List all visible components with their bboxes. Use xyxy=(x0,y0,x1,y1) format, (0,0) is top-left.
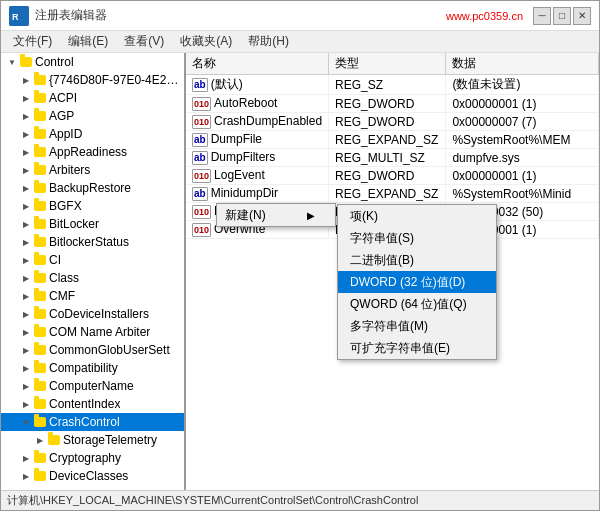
folder-icon-agp xyxy=(33,109,47,123)
folder-icon-deviceclasses xyxy=(33,469,47,483)
tree-toggle-codeviceinstallers[interactable]: ▶ xyxy=(19,307,33,321)
tree-toggle-deviceclasses[interactable]: ▶ xyxy=(19,469,33,483)
tree-toggle-crashcontrol[interactable]: ▼ xyxy=(19,415,33,429)
tree-toggle-bitlocker[interactable]: ▶ xyxy=(19,217,33,231)
window-controls: ─ □ ✕ xyxy=(533,7,591,25)
tree-toggle-contentindex[interactable]: ▶ xyxy=(19,397,33,411)
tree-item-crashcontrol[interactable]: ▼CrashControl xyxy=(1,413,184,431)
tree-toggle-cmf[interactable]: ▶ xyxy=(19,289,33,303)
col-data[interactable]: 数据 xyxy=(446,53,599,75)
submenu-item-expandstring[interactable]: 可扩充字符串值(E) xyxy=(338,337,496,359)
tree-toggle-appid[interactable]: ▶ xyxy=(19,127,33,141)
maximize-button[interactable]: □ xyxy=(553,7,571,25)
folder-icon-arbiters xyxy=(33,163,47,177)
tree-item-appid[interactable]: ▶AppID xyxy=(1,125,184,143)
tree-item-contentindex[interactable]: ▶ContentIndex xyxy=(1,395,184,413)
new-submenu-parent: 新建(N) ▶ 项(K)字符串值(S)二进制值(B)DWORD (32 位)值(… xyxy=(216,203,336,227)
cell-name-0: ab(默认) xyxy=(186,75,329,95)
table-row[interactable]: 010CrashDumpEnabledREG_DWORD0x00000007 (… xyxy=(186,113,599,131)
table-row[interactable]: 010AutoRebootREG_DWORD0x00000001 (1) xyxy=(186,95,599,113)
tree-item-bitlockerstatus[interactable]: ▶BitlockerStatus xyxy=(1,233,184,251)
folder-icon-storagetelemetry xyxy=(47,433,61,447)
submenu-item-key[interactable]: 项(K) xyxy=(338,205,496,227)
main-area: ▼Control▶{7746D80F-97E0-4E26-...▶ACPI▶AG… xyxy=(1,53,599,490)
tree-label-contentindex: ContentIndex xyxy=(49,397,120,411)
menu-view[interactable]: 查看(V) xyxy=(116,31,172,52)
tree-toggle-appreadiness[interactable]: ▶ xyxy=(19,145,33,159)
close-button[interactable]: ✕ xyxy=(573,7,591,25)
tree-toggle-comnamearbiter[interactable]: ▶ xyxy=(19,325,33,339)
menu-bar: 文件(F) 编辑(E) 查看(V) 收藏夹(A) 帮助(H) xyxy=(1,31,599,53)
table-row[interactable]: ab(默认)REG_SZ(数值未设置) xyxy=(186,75,599,95)
tree-item-compatibility[interactable]: ▶Compatibility xyxy=(1,359,184,377)
tree-item-comnamearbiter[interactable]: ▶COM Name Arbiter xyxy=(1,323,184,341)
tree-toggle-ci[interactable]: ▶ xyxy=(19,253,33,267)
tree-label-backuprestore: BackupRestore xyxy=(49,181,131,195)
tree-item-codeviceinstallers[interactable]: ▶CoDeviceInstallers xyxy=(1,305,184,323)
tree-item-deviceclasses[interactable]: ▶DeviceClasses xyxy=(1,467,184,485)
tree-toggle-computername[interactable]: ▶ xyxy=(19,379,33,393)
dword-icon: 010 xyxy=(192,115,211,129)
tree-item-control[interactable]: ▼Control xyxy=(1,53,184,71)
folder-icon-bitlockerstatus xyxy=(33,235,47,249)
menu-file[interactable]: 文件(F) xyxy=(5,31,60,52)
ab-icon: ab xyxy=(192,78,208,92)
tree-toggle-commonglobusersett[interactable]: ▶ xyxy=(19,343,33,357)
tree-toggle-control[interactable]: ▼ xyxy=(5,55,19,69)
tree-item-guid[interactable]: ▶{7746D80F-97E0-4E26-... xyxy=(1,71,184,89)
new-menu-arrow: ▶ xyxy=(307,210,315,221)
tree-item-agp[interactable]: ▶AGP xyxy=(1,107,184,125)
tree-item-ci[interactable]: ▶CI xyxy=(1,251,184,269)
submenu-item-string[interactable]: 字符串值(S) xyxy=(338,227,496,249)
reg-name-text: AutoReboot xyxy=(214,96,277,110)
tree-item-commonglobusersett[interactable]: ▶CommonGlobUserSett xyxy=(1,341,184,359)
minimize-button[interactable]: ─ xyxy=(533,7,551,25)
tree-toggle-acpi[interactable]: ▶ xyxy=(19,91,33,105)
table-row[interactable]: abMinidumpDirREG_EXPAND_SZ%SystemRoot%\M… xyxy=(186,185,599,203)
tree-item-computername[interactable]: ▶ComputerName xyxy=(1,377,184,395)
tree-item-acpi[interactable]: ▶ACPI xyxy=(1,89,184,107)
tree-item-cmf[interactable]: ▶CMF xyxy=(1,287,184,305)
tree-item-backuprestore[interactable]: ▶BackupRestore xyxy=(1,179,184,197)
menu-help[interactable]: 帮助(H) xyxy=(240,31,297,52)
tree-toggle-compatibility[interactable]: ▶ xyxy=(19,361,33,375)
table-row[interactable]: abDumpFiltersREG_MULTI_SZdumpfve.sys xyxy=(186,149,599,167)
submenu-item-qword64[interactable]: QWORD (64 位)值(Q) xyxy=(338,293,496,315)
registry-tree[interactable]: ▼Control▶{7746D80F-97E0-4E26-...▶ACPI▶AG… xyxy=(1,53,186,490)
menu-edit[interactable]: 编辑(E) xyxy=(60,31,116,52)
reg-name-text: CrashDumpEnabled xyxy=(214,114,322,128)
tree-item-cryptography[interactable]: ▶Cryptography xyxy=(1,449,184,467)
tree-toggle-class[interactable]: ▶ xyxy=(19,271,33,285)
tree-item-bitlocker[interactable]: ▶BitLocker xyxy=(1,215,184,233)
folder-icon-acpi xyxy=(33,91,47,105)
tree-item-class[interactable]: ▶Class xyxy=(1,269,184,287)
tree-item-arbiters[interactable]: ▶Arbiters xyxy=(1,161,184,179)
reg-name-text: MinidumpDir xyxy=(211,186,278,200)
tree-toggle-cryptography[interactable]: ▶ xyxy=(19,451,33,465)
col-type[interactable]: 类型 xyxy=(329,53,446,75)
menu-favorites[interactable]: 收藏夹(A) xyxy=(172,31,240,52)
new-menu-item[interactable]: 新建(N) ▶ 项(K)字符串值(S)二进制值(B)DWORD (32 位)值(… xyxy=(217,204,335,226)
tree-label-ci: CI xyxy=(49,253,61,267)
watermark: www.pc0359.cn xyxy=(446,10,523,22)
tree-toggle-storagetelemetry[interactable]: ▶ xyxy=(33,433,47,447)
tree-item-bgfx[interactable]: ▶BGFX xyxy=(1,197,184,215)
cell-data-3: %SystemRoot%\MEM xyxy=(446,131,599,149)
cell-type-1: REG_DWORD xyxy=(329,95,446,113)
cell-type-3: REG_EXPAND_SZ xyxy=(329,131,446,149)
tree-item-storagetelemetry[interactable]: ▶StorageTelemetry xyxy=(1,431,184,449)
tree-toggle-bgfx[interactable]: ▶ xyxy=(19,199,33,213)
tree-toggle-bitlockerstatus[interactable]: ▶ xyxy=(19,235,33,249)
table-row[interactable]: 010LogEventREG_DWORD0x00000001 (1) xyxy=(186,167,599,185)
tree-toggle-guid[interactable]: ▶ xyxy=(19,73,33,87)
tree-toggle-agp[interactable]: ▶ xyxy=(19,109,33,123)
tree-toggle-arbiters[interactable]: ▶ xyxy=(19,163,33,177)
table-row[interactable]: abDumpFileREG_EXPAND_SZ%SystemRoot%\MEM xyxy=(186,131,599,149)
tree-toggle-backuprestore[interactable]: ▶ xyxy=(19,181,33,195)
submenu-item-dword32[interactable]: DWORD (32 位)值(D) xyxy=(338,271,496,293)
cell-type-2: REG_DWORD xyxy=(329,113,446,131)
submenu-item-multistring[interactable]: 多字符串值(M) xyxy=(338,315,496,337)
col-name[interactable]: 名称 xyxy=(186,53,329,75)
tree-item-appreadiness[interactable]: ▶AppReadiness xyxy=(1,143,184,161)
submenu-item-binary[interactable]: 二进制值(B) xyxy=(338,249,496,271)
